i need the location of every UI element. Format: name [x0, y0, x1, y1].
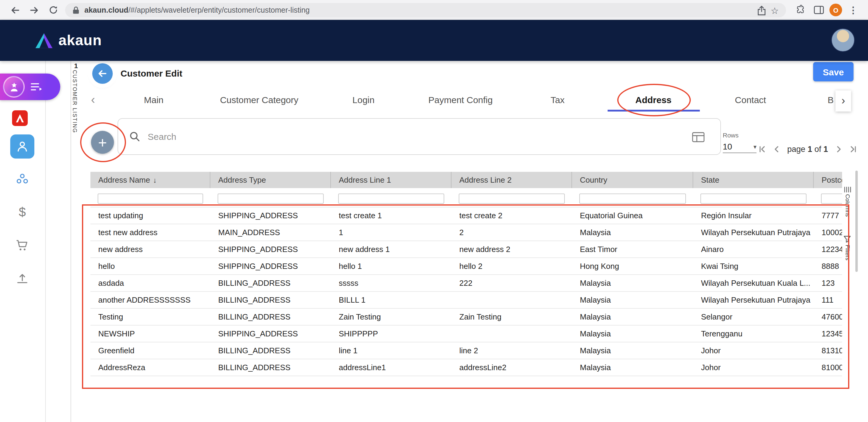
column-header[interactable]: Postcode [814, 172, 842, 188]
filter-cell [331, 188, 452, 207]
column-filter-input[interactable] [701, 193, 807, 204]
tabs-scroll-right-button[interactable]: › [835, 90, 851, 112]
back-button[interactable] [92, 63, 113, 84]
table-row[interactable]: TestingBILLING_ADDRESSZain TestingZain T… [90, 309, 842, 326]
table-cell: test updating [90, 207, 210, 224]
tabs-scroll-left-icon[interactable]: ‹ [91, 93, 95, 107]
table-cell: SHIPPING_ADDRESS [210, 326, 331, 342]
extensions-button[interactable] [795, 4, 807, 16]
column-header[interactable]: Address Line 1 [331, 172, 452, 188]
column-filter-input[interactable] [98, 193, 203, 204]
table-cell: Wilayah Persekutuan Putrajaya [693, 292, 814, 308]
vertical-scrollbar[interactable] [855, 171, 858, 272]
table-row[interactable]: NEWSHIPSHIPPING_ADDRESSSHIPPPPPMalaysiaT… [90, 326, 842, 342]
column-filter-input[interactable] [459, 193, 565, 204]
column-header[interactable]: Address Line 2 [452, 172, 572, 188]
tab-b[interactable]: B [828, 95, 834, 105]
columns-panel-label[interactable]: Columns [844, 194, 851, 217]
column-filter-input[interactable] [579, 193, 686, 204]
browser-forward-button[interactable] [28, 4, 40, 16]
rows-per-page-select[interactable]: 10 ▾ [723, 141, 756, 153]
table-view-toggle[interactable] [692, 132, 705, 145]
table-cell: new address 2 [452, 241, 572, 258]
person-icon [15, 139, 30, 154]
column-filter-input[interactable] [218, 193, 324, 204]
table-cell: Wilayah Persekutuan Putrajaya [693, 224, 814, 241]
user-avatar[interactable] [831, 28, 855, 52]
filters-panel-label[interactable]: Filters [844, 245, 851, 261]
table-cell: MAIN_ADDRESS [210, 224, 331, 241]
search-input[interactable] [147, 131, 641, 142]
tab-address[interactable]: Address [635, 95, 672, 105]
next-page-button[interactable] [833, 144, 844, 154]
bookmark-star-icon[interactable]: ☆ [771, 6, 779, 15]
sidebar-item-upload[interactable] [15, 271, 30, 286]
first-page-button[interactable] [757, 144, 768, 154]
table-row[interactable]: test new addressMAIN_ADDRESS12MalaysiaWi… [90, 224, 842, 241]
table-cell: Terengganu [693, 326, 814, 342]
tab-customer-category[interactable]: Customer Category [220, 95, 299, 105]
arrow-right-icon [29, 4, 39, 16]
sidebar-item-cart[interactable] [15, 238, 30, 252]
table-row[interactable]: helloSHIPPING_ADDRESShello 1hello 2Hong … [90, 258, 842, 275]
browser-profile-avatar[interactable]: O [830, 4, 842, 16]
browser-toolbar: akaun.cloud/#/applets/wavelet/erp/entity… [0, 0, 868, 20]
column-filter-input[interactable] [338, 193, 444, 204]
column-header[interactable]: Address Name↓ [90, 172, 210, 188]
column-header[interactable]: State [693, 172, 814, 188]
table-cell: 10002 [814, 224, 842, 241]
active-tab-underline [608, 110, 700, 112]
table-cell: hello 1 [331, 258, 452, 274]
browser-menu-button[interactable]: ⋮ [847, 4, 860, 16]
table-cell: SHIPPING_ADDRESS [210, 207, 331, 224]
table-cell: Zain Testing [452, 309, 572, 325]
pdf-icon [12, 110, 28, 126]
sort-desc-icon[interactable]: ↓ [153, 176, 157, 184]
add-address-button[interactable]: + [91, 131, 114, 154]
table-cell: test new address [90, 224, 210, 241]
save-button[interactable]: Save [813, 62, 854, 81]
first-page-icon [757, 144, 768, 154]
tab-tax[interactable]: Tax [551, 95, 565, 105]
sidebar-item-pdf[interactable] [12, 110, 28, 126]
arrow-left-icon [9, 4, 20, 16]
table-row[interactable]: new addressSHIPPING_ADDRESSnew address 1… [90, 241, 842, 258]
table-cell: Malaysia [572, 359, 693, 375]
last-page-button[interactable] [847, 144, 858, 154]
browser-reload-button[interactable] [47, 4, 60, 16]
table-cell: 222 [452, 275, 572, 291]
overflow-menu-icon: ⋮ [849, 5, 858, 14]
tab-contact[interactable]: Contact [735, 95, 766, 105]
tab-main[interactable]: Main [144, 95, 163, 105]
table-row[interactable]: test updatingSHIPPING_ADDRESStest create… [90, 207, 842, 224]
column-header[interactable]: Country [572, 172, 693, 188]
table-cell: another ADDRESSSSSSS [90, 292, 210, 308]
table-row[interactable]: GreenfieldBILLING_ADDRESSline 1line 2Mal… [90, 342, 842, 359]
column-filter-input[interactable] [821, 193, 842, 204]
table-cell: NEWSHIP [90, 326, 210, 342]
tab-login[interactable]: Login [352, 95, 374, 105]
filters-panel-toggle[interactable] [843, 235, 851, 245]
sidebar-item-customer[interactable] [10, 134, 34, 158]
share-button[interactable] [757, 5, 766, 16]
url-bar[interactable]: akaun.cloud/#/applets/wavelet/erp/entity… [65, 3, 786, 18]
browser-back-button[interactable] [8, 4, 21, 16]
table-cell: SHIPPING_ADDRESS [210, 258, 331, 274]
sidebar-item-group[interactable] [15, 172, 30, 186]
reload-icon [48, 5, 59, 15]
table-row[interactable]: another ADDRESSSSSSSBILLING_ADDRESSBILLL… [90, 292, 842, 309]
tab-payment-config[interactable]: Payment Config [428, 95, 493, 105]
column-header[interactable]: Address Type [210, 172, 331, 188]
filter-cell [90, 188, 210, 207]
previous-page-button[interactable] [771, 144, 782, 154]
table-cell: BILLING_ADDRESS [210, 342, 331, 359]
table-row[interactable]: AddressRezaBILLING_ADDRESSaddressLine1ad… [90, 359, 842, 376]
table-cell: Greenfield [90, 342, 210, 359]
table-row[interactable]: asdadaBILLING_ADDRESSsssss222MalaysiaWil… [90, 275, 842, 292]
sidebar-item-finance[interactable]: $ [15, 205, 30, 219]
search-box [118, 118, 721, 155]
table-cell: 2 [452, 224, 572, 241]
sidebar-item-customer-applet[interactable] [0, 73, 60, 100]
side-panel-button[interactable] [812, 4, 825, 16]
url-text: akaun.cloud/#/applets/wavelet/erp/entity… [84, 6, 310, 14]
